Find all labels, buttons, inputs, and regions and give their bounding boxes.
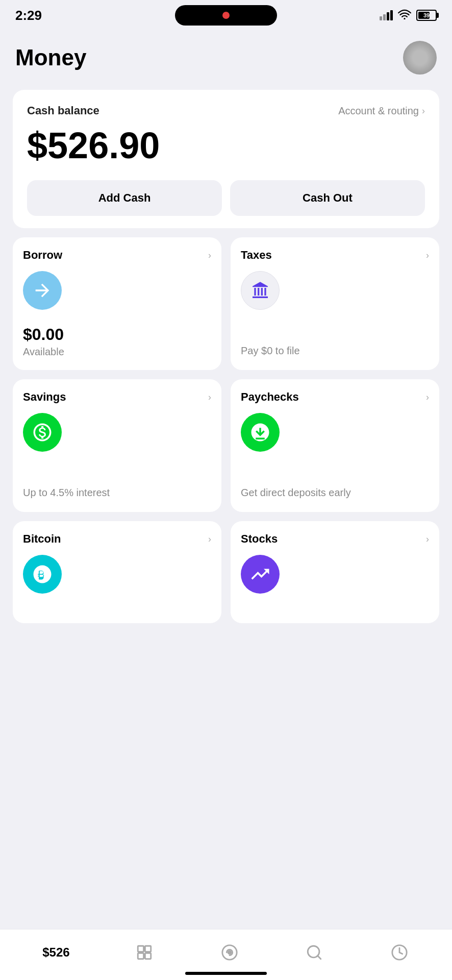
savings-icon — [23, 413, 62, 452]
balance-card-header: Cash balance Account & routing › — [27, 104, 425, 117]
svg-rect-4 — [145, 953, 151, 959]
account-routing-link[interactable]: Account & routing › — [338, 105, 425, 117]
borrow-value: $0.00 — [23, 325, 211, 344]
nav-history[interactable] — [381, 938, 418, 967]
balance-amount: $526.90 — [27, 126, 425, 166]
status-icons: 39 — [380, 9, 437, 22]
taxes-chevron-icon: › — [426, 250, 429, 261]
nav-search[interactable] — [296, 938, 333, 967]
taxes-card-header: Taxes › — [241, 249, 429, 262]
bitcoin-stocks-row: Bitcoin › Stocks › — [13, 521, 439, 623]
svg-rect-3 — [138, 953, 143, 959]
paychecks-card-header: Paychecks › — [241, 390, 429, 404]
battery-icon: 39 — [416, 10, 437, 21]
paychecks-title: Paychecks — [241, 390, 299, 404]
svg-rect-1 — [138, 946, 143, 951]
stocks-card[interactable]: Stocks › — [231, 521, 439, 623]
paychecks-card[interactable]: Paychecks › Get direct deposits early — [231, 379, 439, 512]
dollar-circle-icon — [32, 422, 53, 443]
svg-point-6 — [228, 951, 231, 954]
search-icon — [304, 942, 324, 963]
nav-balance[interactable]: $526 — [34, 941, 78, 964]
borrow-taxes-row: Borrow › $0.00 Available Taxes › — [13, 237, 439, 370]
bitcoin-icon — [23, 555, 62, 594]
paychecks-chevron-icon: › — [426, 392, 429, 403]
savings-paychecks-row: Savings › Up to 4.5% interest Paychecks … — [13, 379, 439, 512]
balance-card: Cash balance Account & routing › $526.90… — [13, 90, 439, 228]
taxes-title: Taxes — [241, 249, 272, 262]
clock-icon — [389, 942, 410, 963]
stocks-card-header: Stocks › — [241, 532, 429, 546]
stocks-title: Stocks — [241, 532, 278, 546]
borrow-chevron-icon: › — [208, 250, 211, 261]
signal-icon — [380, 10, 393, 20]
savings-chevron-icon: › — [208, 392, 211, 403]
borrow-desc: Available — [23, 346, 211, 358]
nav-activity[interactable] — [211, 938, 248, 967]
dynamic-island — [175, 5, 277, 26]
main-content: Cash balance Account & routing › $526.90… — [0, 85, 452, 683]
savings-title: Savings — [23, 390, 66, 404]
savings-desc: Up to 4.5% interest — [23, 485, 211, 500]
add-cash-button[interactable]: Add Cash — [27, 180, 222, 216]
stocks-icon — [241, 555, 280, 594]
trending-icon — [249, 564, 271, 585]
chevron-right-icon: › — [422, 106, 425, 116]
status-bar: 2:29 39 — [0, 0, 452, 31]
paychecks-icon — [241, 413, 280, 452]
page-title: Money — [15, 45, 86, 70]
status-time: 2:29 — [15, 8, 42, 23]
taxes-icon — [241, 271, 280, 310]
wifi-icon — [398, 9, 411, 22]
building-icon — [250, 280, 270, 301]
borrow-icon — [23, 271, 62, 310]
home-icon — [134, 942, 155, 963]
savings-card-header: Savings › — [23, 390, 211, 404]
svg-point-0 — [404, 18, 405, 19]
borrow-title: Borrow — [23, 249, 62, 262]
balance-actions: Add Cash Cash Out — [27, 180, 425, 216]
svg-rect-2 — [145, 946, 151, 951]
taxes-desc: Pay $0 to file — [241, 344, 429, 358]
savings-card[interactable]: Savings › Up to 4.5% interest — [13, 379, 221, 512]
avatar[interactable] — [403, 41, 437, 75]
page-header: Money — [0, 31, 452, 85]
bitcoin-b-icon — [32, 564, 53, 585]
bitcoin-title: Bitcoin — [23, 532, 61, 546]
activity-icon — [219, 942, 240, 963]
arrow-icon — [32, 280, 53, 301]
bitcoin-card-header: Bitcoin › — [23, 532, 211, 546]
borrow-card[interactable]: Borrow › $0.00 Available — [13, 237, 221, 370]
account-routing-text: Account & routing — [338, 105, 419, 117]
nav-balance-amount: $526 — [42, 945, 69, 960]
bitcoin-card[interactable]: Bitcoin › — [13, 521, 221, 623]
stocks-chevron-icon: › — [426, 534, 429, 545]
taxes-card[interactable]: Taxes › Pay $0 to file — [231, 237, 439, 370]
paychecks-desc: Get direct deposits early — [241, 485, 429, 500]
download-circle-icon — [249, 422, 271, 443]
cash-out-button[interactable]: Cash Out — [230, 180, 425, 216]
borrow-card-header: Borrow › — [23, 249, 211, 262]
nav-home[interactable] — [126, 938, 163, 967]
balance-label: Cash balance — [27, 104, 99, 117]
bitcoin-chevron-icon: › — [208, 534, 211, 545]
recording-indicator — [222, 12, 230, 19]
home-indicator — [185, 972, 267, 975]
